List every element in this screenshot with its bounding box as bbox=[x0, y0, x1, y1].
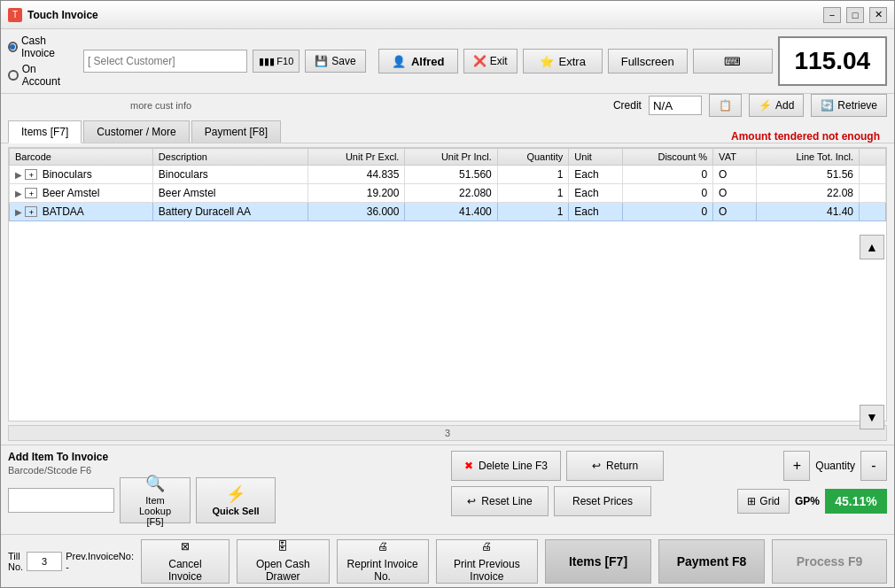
gp-label: GP% bbox=[795, 495, 820, 507]
star-icon: ⭐ bbox=[540, 55, 554, 68]
add-button[interactable]: ⚡ Add bbox=[749, 94, 804, 117]
row-expand-box[interactable]: + bbox=[25, 188, 37, 198]
col-actions bbox=[860, 149, 886, 166]
payment-f8-button[interactable]: Payment F8 bbox=[658, 539, 765, 584]
cell-vat: O bbox=[713, 203, 757, 221]
reset-prices-button[interactable]: Reset Prices bbox=[554, 486, 651, 516]
return-icon: ↩ bbox=[592, 460, 601, 472]
print-previous-invoice-button[interactable]: 🖨 Print Previous Invoice bbox=[436, 539, 538, 584]
credit-input[interactable] bbox=[649, 96, 702, 115]
tab-items[interactable]: Items [F7] bbox=[8, 120, 82, 143]
return-button[interactable]: ↩ Return bbox=[566, 451, 664, 481]
quantity-minus-button[interactable]: - bbox=[860, 451, 887, 481]
extra-button[interactable]: ⭐ Extra bbox=[523, 49, 603, 74]
open-cash-drawer-button[interactable]: 🗄 Open Cash Drawer bbox=[237, 539, 330, 584]
reset-line-button[interactable]: ↩ Reset Line bbox=[451, 486, 549, 516]
toolbar-row1: Cash Invoice On Account ▮▮▮ F10 💾 Save 👤… bbox=[1, 29, 894, 94]
action-buttons-group: ✖ Delete Line F3 ↩ Return + Quantity - bbox=[451, 451, 887, 516]
account-radio-indicator bbox=[8, 70, 19, 81]
tab-customer-more[interactable]: Customer / More bbox=[83, 120, 189, 143]
print-prev-icon: 🖨 bbox=[481, 540, 492, 553]
cell-unit-pr-excl: 44.835 bbox=[307, 166, 405, 184]
items-f7-button[interactable]: Items [F7] bbox=[545, 539, 651, 584]
table-row[interactable]: ▶ + BATDAA Battery Duracell AA 36.000 41… bbox=[10, 203, 886, 221]
cell-discount: 0 bbox=[622, 166, 713, 184]
tab-payment[interactable]: Payment [F8] bbox=[191, 120, 281, 143]
barcode-stcode-label: Barcode/Stcode F6 bbox=[8, 465, 444, 476]
minimize-button[interactable]: − bbox=[823, 7, 841, 23]
cell-description: Binoculars bbox=[152, 166, 307, 184]
expand-icon[interactable]: ▶ bbox=[15, 170, 22, 180]
reset-line-icon: ↩ bbox=[467, 495, 476, 507]
on-account-radio[interactable]: On Account bbox=[8, 63, 74, 88]
credit-label: Credit bbox=[613, 99, 642, 112]
item-lookup-button[interactable]: 🔍 Item Lookup [F5] bbox=[120, 477, 191, 523]
quick-sell-button[interactable]: ⚡ Quick Sell bbox=[196, 477, 276, 523]
user-button[interactable]: 👤 Alfred bbox=[378, 49, 458, 74]
quantity-plus-button[interactable]: + bbox=[783, 451, 810, 481]
grid-button[interactable]: ⊞ Grid bbox=[737, 489, 790, 514]
cell-barcode: ▶ + BATDAA bbox=[10, 203, 153, 221]
main-window: T Touch Invoice − □ ✕ Cash Invoice On Ac… bbox=[0, 0, 895, 588]
window-title: Touch Invoice bbox=[27, 9, 818, 21]
gp-value: 45.11% bbox=[825, 489, 887, 514]
till-label: Till No. bbox=[8, 551, 23, 572]
keyboard-icon: ⌨ bbox=[724, 55, 741, 68]
user-icon: 👤 bbox=[392, 55, 406, 68]
row-count-bar: 3 bbox=[8, 425, 887, 441]
footer-bar: Till No. Prev.InvoiceNo: - ⊠ Cancel Invo… bbox=[1, 534, 894, 587]
row-expand-box[interactable]: + bbox=[25, 206, 37, 217]
on-account-label: On Account bbox=[22, 63, 74, 88]
cell-unit: Each bbox=[569, 184, 622, 203]
tabs-row: Items [F7] Customer / More Payment [F8] … bbox=[1, 120, 894, 143]
scroll-up-button[interactable]: ▲ bbox=[860, 235, 884, 259]
exit-button[interactable]: ❌ Exit bbox=[463, 49, 518, 74]
barcode-button[interactable]: ▮▮▮ F10 bbox=[253, 50, 300, 73]
till-section: Till No. Prev.InvoiceNo: - bbox=[8, 551, 134, 572]
row-count: 3 bbox=[445, 428, 450, 438]
quicksell-lightning-icon: ⚡ bbox=[226, 484, 245, 504]
cancel-invoice-button[interactable]: ⊠ Cancel Invoice bbox=[141, 539, 230, 584]
barcode-icon: ▮▮▮ bbox=[259, 56, 275, 67]
save-button[interactable]: 💾 Save bbox=[305, 50, 365, 73]
close-button[interactable]: ✕ bbox=[869, 7, 887, 23]
expand-icon[interactable]: ▶ bbox=[15, 207, 22, 217]
user-name: Alfred bbox=[411, 55, 445, 68]
table-row[interactable]: ▶ + Beer Amstel Beer Amstel 19.200 22.08… bbox=[10, 184, 886, 203]
user-section: 👤 Alfred ❌ Exit ⭐ Extra Fullscreen ⌨ bbox=[378, 49, 773, 74]
till-input[interactable] bbox=[27, 552, 62, 571]
customer-select[interactable] bbox=[83, 50, 247, 73]
prev-invoice-label: Prev.InvoiceNo: - bbox=[66, 551, 134, 572]
cash-invoice-radio[interactable]: Cash Invoice bbox=[8, 35, 74, 59]
reprint-icon: 🖨 bbox=[377, 540, 388, 553]
barcode-input[interactable] bbox=[8, 488, 114, 513]
process-f9-button[interactable]: Process F9 bbox=[772, 539, 887, 584]
row-expand-box[interactable]: + bbox=[25, 169, 37, 180]
more-cust-info: more cust info bbox=[130, 100, 191, 111]
retrieve-button[interactable]: 🔄 Retrieve bbox=[811, 94, 887, 117]
total-display: 115.04 bbox=[778, 36, 887, 86]
col-line-tot: Line Tot. Incl. bbox=[757, 149, 860, 166]
cell-unit-pr-excl: 36.000 bbox=[307, 203, 405, 221]
cell-barcode: ▶ + Beer Amstel bbox=[10, 184, 153, 203]
cell-quantity: 1 bbox=[497, 184, 569, 203]
restore-button[interactable]: □ bbox=[846, 7, 864, 23]
reprint-invoice-button[interactable]: 🖨 Reprint Invoice No. bbox=[337, 539, 429, 584]
toolbar-row2: more cust info Credit 📋 ⚡ Add 🔄 Retrieve bbox=[1, 94, 894, 120]
cell-vat: O bbox=[713, 166, 757, 184]
cell-line-tot: 51.56 bbox=[757, 166, 860, 184]
scroll-down-button[interactable]: ▼ bbox=[860, 405, 884, 429]
expand-icon[interactable]: ▶ bbox=[15, 189, 22, 198]
cash-invoice-label: Cash Invoice bbox=[21, 35, 74, 59]
col-barcode: Barcode bbox=[10, 149, 153, 166]
cell-actions bbox=[860, 166, 886, 184]
copy-button[interactable]: 📋 bbox=[709, 94, 742, 117]
table-row[interactable]: ▶ + Binoculars Binoculars 44.835 51.560 … bbox=[10, 166, 886, 184]
col-unit-pr-incl: Unit Pr Incl. bbox=[405, 149, 497, 166]
table-header-row: Barcode Description Unit Pr Excl. Unit P… bbox=[10, 149, 886, 166]
add-item-label: Add Item To Invoice bbox=[8, 451, 444, 463]
keyboard-button[interactable]: ⌨ bbox=[693, 49, 773, 74]
delete-icon: ✖ bbox=[464, 460, 473, 472]
delete-line-button[interactable]: ✖ Delete Line F3 bbox=[451, 451, 561, 481]
fullscreen-button[interactable]: Fullscreen bbox=[608, 49, 688, 74]
